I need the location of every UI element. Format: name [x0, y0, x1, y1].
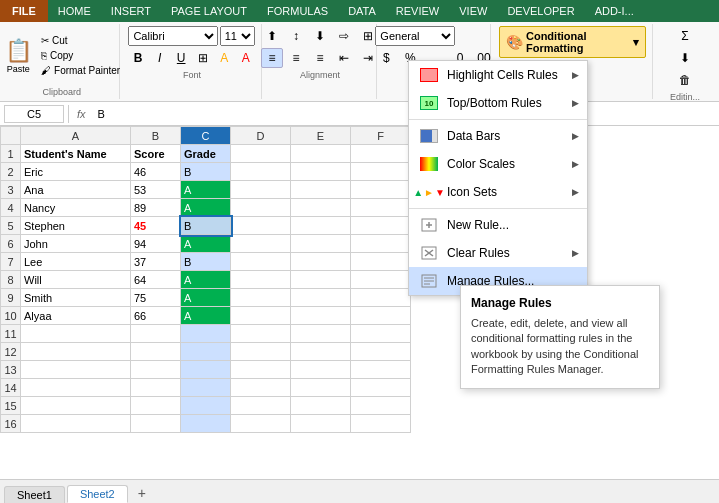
cell-e10[interactable]	[291, 307, 351, 325]
cell-a8[interactable]: Will	[21, 271, 131, 289]
cell-b5[interactable]: 45	[131, 217, 181, 235]
fill-color-button[interactable]: A	[214, 48, 234, 68]
cell-c9[interactable]: A	[181, 289, 231, 307]
align-right-button[interactable]: ≡	[309, 48, 331, 68]
cell-f12[interactable]	[351, 343, 411, 361]
indent-decrease-button[interactable]: ⇤	[333, 48, 355, 68]
cell-e9[interactable]	[291, 289, 351, 307]
cell-d6[interactable]	[231, 235, 291, 253]
bold-button[interactable]: B	[128, 48, 148, 68]
cell-d9[interactable]	[231, 289, 291, 307]
cell-a1[interactable]: Student's Name	[21, 145, 131, 163]
sheet-tab-sheet2[interactable]: Sheet2	[67, 485, 128, 503]
formula-input[interactable]: B	[94, 105, 715, 123]
cell-b4[interactable]: 89	[131, 199, 181, 217]
cell-d4[interactable]	[231, 199, 291, 217]
cell-b11[interactable]	[131, 325, 181, 343]
menu-item-highlight-cells[interactable]: Highlight Cells Rules	[409, 61, 587, 89]
cell-a7[interactable]: Lee	[21, 253, 131, 271]
cell-c14[interactable]	[181, 379, 231, 397]
align-bottom-button[interactable]: ⬇	[309, 26, 331, 46]
cell-e4[interactable]	[291, 199, 351, 217]
currency-button[interactable]: $	[375, 48, 397, 68]
add-sheet-button[interactable]: +	[130, 483, 154, 503]
menu-item-top-bottom[interactable]: 10 Top/Bottom Rules	[409, 89, 587, 117]
menu-item-clear-rules[interactable]: Clear Rules	[409, 239, 587, 267]
menu-item-color-scales[interactable]: Color Scales	[409, 150, 587, 178]
cell-e8[interactable]	[291, 271, 351, 289]
cell-e11[interactable]	[291, 325, 351, 343]
cell-d8[interactable]	[231, 271, 291, 289]
align-middle-button[interactable]: ↕	[285, 26, 307, 46]
tab-page-layout[interactable]: PAGE LAYOUT	[161, 0, 257, 22]
sheet-tab-sheet1[interactable]: Sheet1	[4, 486, 65, 503]
cell-a11[interactable]	[21, 325, 131, 343]
cell-a5[interactable]: Stephen	[21, 217, 131, 235]
cell-b15[interactable]	[131, 397, 181, 415]
cell-c8[interactable]: A	[181, 271, 231, 289]
cell-d10[interactable]	[231, 307, 291, 325]
number-format-select[interactable]: General	[375, 26, 455, 46]
wrap-text-button[interactable]: ⇨	[333, 26, 355, 46]
cell-a16[interactable]	[21, 415, 131, 433]
cell-e13[interactable]	[291, 361, 351, 379]
menu-item-icon-sets[interactable]: ▲ ► ▼ Icon Sets	[409, 178, 587, 206]
cell-b7[interactable]: 37	[131, 253, 181, 271]
cell-d11[interactable]	[231, 325, 291, 343]
cell-c5[interactable]: B	[181, 217, 231, 235]
cell-b12[interactable]	[131, 343, 181, 361]
cell-e7[interactable]	[291, 253, 351, 271]
cell-e15[interactable]	[291, 397, 351, 415]
col-header-c[interactable]: C	[181, 127, 231, 145]
cell-f2[interactable]	[351, 163, 411, 181]
cell-d5[interactable]	[231, 217, 291, 235]
tab-review[interactable]: REVIEW	[386, 0, 449, 22]
cell-c3[interactable]: A	[181, 181, 231, 199]
cell-f3[interactable]	[351, 181, 411, 199]
menu-item-new-rule[interactable]: New Rule...	[409, 211, 587, 239]
cell-a13[interactable]	[21, 361, 131, 379]
tab-add-in[interactable]: ADD-I...	[585, 0, 644, 22]
cell-d13[interactable]	[231, 361, 291, 379]
cell-b3[interactable]: 53	[131, 181, 181, 199]
underline-button[interactable]: U	[171, 48, 191, 68]
cell-f6[interactable]	[351, 235, 411, 253]
cell-f10[interactable]	[351, 307, 411, 325]
tab-view[interactable]: VIEW	[449, 0, 497, 22]
cell-e14[interactable]	[291, 379, 351, 397]
cell-d7[interactable]	[231, 253, 291, 271]
cell-c4[interactable]: A	[181, 199, 231, 217]
cell-c13[interactable]	[181, 361, 231, 379]
align-center-button[interactable]: ≡	[285, 48, 307, 68]
cell-e1[interactable]	[291, 145, 351, 163]
menu-item-data-bars[interactable]: Data Bars	[409, 122, 587, 150]
cell-d1[interactable]	[231, 145, 291, 163]
cell-f15[interactable]	[351, 397, 411, 415]
conditional-formatting-button[interactable]: 🎨 Conditional Formatting ▾	[499, 26, 646, 58]
cell-f9[interactable]	[351, 289, 411, 307]
cell-e12[interactable]	[291, 343, 351, 361]
cell-e16[interactable]	[291, 415, 351, 433]
cell-d3[interactable]	[231, 181, 291, 199]
col-header-d[interactable]: D	[231, 127, 291, 145]
cell-b8[interactable]: 64	[131, 271, 181, 289]
cell-e6[interactable]	[291, 235, 351, 253]
cell-b2[interactable]: 46	[131, 163, 181, 181]
cell-f13[interactable]	[351, 361, 411, 379]
cell-f14[interactable]	[351, 379, 411, 397]
cell-c2[interactable]: B	[181, 163, 231, 181]
cell-d15[interactable]	[231, 397, 291, 415]
cell-f7[interactable]	[351, 253, 411, 271]
cell-a12[interactable]	[21, 343, 131, 361]
cell-a9[interactable]: Smith	[21, 289, 131, 307]
cell-b9[interactable]: 75	[131, 289, 181, 307]
autosum-button[interactable]: Σ	[674, 26, 696, 46]
cell-f11[interactable]	[351, 325, 411, 343]
cell-f4[interactable]	[351, 199, 411, 217]
col-header-e[interactable]: E	[291, 127, 351, 145]
cell-b6[interactable]: 94	[131, 235, 181, 253]
cell-f8[interactable]	[351, 271, 411, 289]
col-header-f[interactable]: F	[351, 127, 411, 145]
cell-c1[interactable]: Grade	[181, 145, 231, 163]
cell-d2[interactable]	[231, 163, 291, 181]
